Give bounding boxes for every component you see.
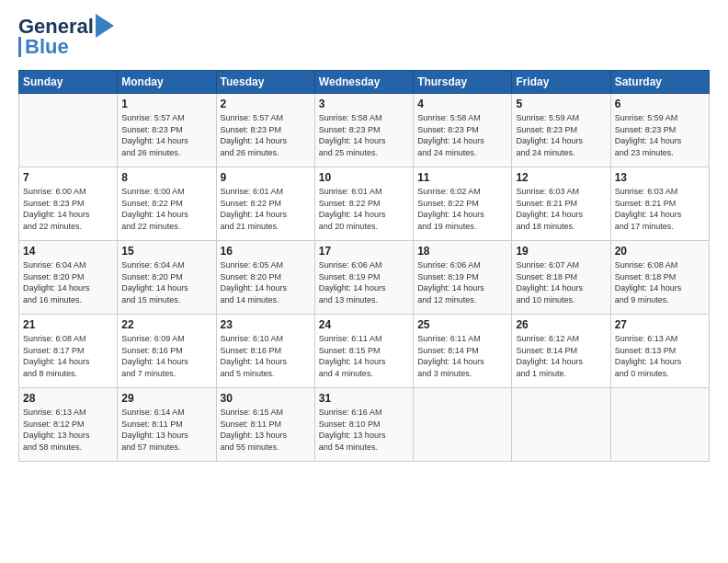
page: General Blue SundayMondayTuesdayWednesda… (0, 0, 728, 471)
calendar-cell: 11Sunrise: 6:02 AM Sunset: 8:22 PM Dayli… (414, 167, 512, 241)
calendar-cell: 31Sunrise: 6:16 AM Sunset: 8:10 PM Dayli… (314, 388, 413, 462)
day-info: Sunrise: 5:58 AM Sunset: 8:23 PM Dayligh… (417, 112, 507, 158)
day-number: 26 (516, 318, 606, 331)
day-number: 7 (23, 171, 113, 184)
day-number: 5 (516, 98, 606, 110)
calendar-cell (414, 388, 512, 462)
day-info: Sunrise: 6:02 AM Sunset: 8:22 PM Dayligh… (417, 186, 507, 232)
weekday-header: Saturday (610, 71, 709, 94)
day-info: Sunrise: 6:04 AM Sunset: 8:20 PM Dayligh… (23, 259, 113, 305)
calendar-cell: 17Sunrise: 6:06 AM Sunset: 8:19 PM Dayli… (314, 241, 413, 315)
calendar-cell (512, 388, 610, 462)
day-number: 22 (121, 318, 211, 331)
calendar-body: 1Sunrise: 5:57 AM Sunset: 8:23 PM Daylig… (19, 94, 710, 462)
day-number: 3 (319, 98, 409, 110)
day-info: Sunrise: 6:01 AM Sunset: 8:22 PM Dayligh… (319, 186, 409, 232)
day-info: Sunrise: 5:59 AM Sunset: 8:23 PM Dayligh… (615, 112, 705, 158)
calendar-table: SundayMondayTuesdayWednesdayThursdayFrid… (18, 70, 710, 462)
logo-blue-bar (18, 37, 21, 57)
day-info: Sunrise: 5:58 AM Sunset: 8:23 PM Dayligh… (319, 112, 409, 158)
svg-marker-0 (96, 14, 114, 38)
day-info: Sunrise: 5:59 AM Sunset: 8:23 PM Dayligh… (516, 112, 606, 158)
calendar-cell: 26Sunrise: 6:12 AM Sunset: 8:14 PM Dayli… (512, 315, 610, 388)
calendar-cell: 14Sunrise: 6:04 AM Sunset: 8:20 PM Dayli… (19, 241, 118, 315)
day-info: Sunrise: 6:06 AM Sunset: 8:19 PM Dayligh… (319, 259, 409, 305)
day-number: 6 (615, 98, 705, 110)
calendar-cell: 6Sunrise: 5:59 AM Sunset: 8:23 PM Daylig… (610, 94, 709, 167)
day-info: Sunrise: 6:07 AM Sunset: 8:18 PM Dayligh… (516, 259, 606, 305)
day-info: Sunrise: 6:08 AM Sunset: 8:18 PM Dayligh… (615, 259, 705, 305)
day-number: 19 (516, 245, 606, 258)
calendar-cell: 19Sunrise: 6:07 AM Sunset: 8:18 PM Dayli… (512, 241, 610, 315)
calendar-cell: 16Sunrise: 6:05 AM Sunset: 8:20 PM Dayli… (216, 241, 314, 315)
logo-blue-text: Blue (25, 35, 69, 59)
day-number: 21 (23, 318, 113, 331)
day-info: Sunrise: 6:09 AM Sunset: 8:16 PM Dayligh… (121, 333, 211, 379)
day-info: Sunrise: 6:14 AM Sunset: 8:11 PM Dayligh… (121, 407, 211, 453)
day-info: Sunrise: 6:08 AM Sunset: 8:17 PM Dayligh… (23, 333, 113, 379)
calendar-header: SundayMondayTuesdayWednesdayThursdayFrid… (19, 71, 710, 94)
day-number: 13 (615, 171, 705, 184)
day-number: 24 (319, 318, 409, 331)
day-info: Sunrise: 5:57 AM Sunset: 8:23 PM Dayligh… (121, 112, 211, 158)
day-number: 8 (121, 171, 211, 184)
calendar-cell: 2Sunrise: 5:57 AM Sunset: 8:23 PM Daylig… (216, 94, 314, 167)
weekday-header: Tuesday (216, 71, 314, 94)
calendar-cell: 20Sunrise: 6:08 AM Sunset: 8:18 PM Dayli… (610, 241, 709, 315)
day-number: 28 (23, 392, 113, 405)
day-number: 9 (221, 171, 311, 184)
calendar-week-row: 28Sunrise: 6:13 AM Sunset: 8:12 PM Dayli… (19, 388, 710, 462)
day-number: 29 (121, 392, 211, 405)
weekday-row: SundayMondayTuesdayWednesdayThursdayFrid… (19, 71, 710, 94)
day-info: Sunrise: 6:01 AM Sunset: 8:22 PM Dayligh… (221, 186, 311, 232)
calendar-week-row: 7Sunrise: 6:00 AM Sunset: 8:23 PM Daylig… (19, 167, 710, 241)
calendar-cell (610, 388, 709, 462)
logo: General Blue (18, 15, 114, 59)
calendar-cell: 18Sunrise: 6:06 AM Sunset: 8:19 PM Dayli… (414, 241, 512, 315)
day-number: 10 (319, 171, 409, 184)
calendar-cell: 25Sunrise: 6:11 AM Sunset: 8:14 PM Dayli… (414, 315, 512, 388)
day-info: Sunrise: 5:57 AM Sunset: 8:23 PM Dayligh… (221, 112, 311, 158)
calendar-cell: 23Sunrise: 6:10 AM Sunset: 8:16 PM Dayli… (216, 315, 314, 388)
calendar-cell: 12Sunrise: 6:03 AM Sunset: 8:21 PM Dayli… (512, 167, 610, 241)
day-info: Sunrise: 6:04 AM Sunset: 8:20 PM Dayligh… (121, 259, 211, 305)
day-number: 31 (319, 392, 409, 405)
calendar-week-row: 14Sunrise: 6:04 AM Sunset: 8:20 PM Dayli… (19, 241, 710, 315)
day-info: Sunrise: 6:10 AM Sunset: 8:16 PM Dayligh… (221, 333, 311, 379)
day-number: 30 (221, 392, 311, 405)
calendar-cell: 7Sunrise: 6:00 AM Sunset: 8:23 PM Daylig… (19, 167, 118, 241)
day-number: 23 (221, 318, 311, 331)
calendar-cell (19, 94, 118, 167)
day-info: Sunrise: 6:16 AM Sunset: 8:10 PM Dayligh… (319, 407, 409, 453)
day-info: Sunrise: 6:15 AM Sunset: 8:11 PM Dayligh… (221, 407, 311, 453)
day-info: Sunrise: 6:00 AM Sunset: 8:23 PM Dayligh… (23, 186, 113, 232)
weekday-header: Sunday (19, 71, 118, 94)
day-info: Sunrise: 6:11 AM Sunset: 8:15 PM Dayligh… (319, 333, 409, 379)
calendar-cell: 30Sunrise: 6:15 AM Sunset: 8:11 PM Dayli… (216, 388, 314, 462)
calendar-cell: 5Sunrise: 5:59 AM Sunset: 8:23 PM Daylig… (512, 94, 610, 167)
day-number: 27 (615, 318, 705, 331)
day-number: 18 (417, 245, 507, 258)
logo-triangle-icon (96, 14, 114, 38)
day-info: Sunrise: 6:12 AM Sunset: 8:14 PM Dayligh… (516, 333, 606, 379)
calendar-cell: 1Sunrise: 5:57 AM Sunset: 8:23 PM Daylig… (118, 94, 216, 167)
calendar-cell: 8Sunrise: 6:00 AM Sunset: 8:22 PM Daylig… (118, 167, 216, 241)
day-number: 12 (516, 171, 606, 184)
calendar-cell: 3Sunrise: 5:58 AM Sunset: 8:23 PM Daylig… (314, 94, 413, 167)
header: General Blue (18, 15, 710, 59)
calendar-week-row: 1Sunrise: 5:57 AM Sunset: 8:23 PM Daylig… (19, 94, 710, 167)
calendar-cell: 28Sunrise: 6:13 AM Sunset: 8:12 PM Dayli… (19, 388, 118, 462)
day-number: 17 (319, 245, 409, 258)
calendar-cell: 22Sunrise: 6:09 AM Sunset: 8:16 PM Dayli… (118, 315, 216, 388)
day-info: Sunrise: 6:13 AM Sunset: 8:12 PM Dayligh… (23, 407, 113, 453)
day-info: Sunrise: 6:03 AM Sunset: 8:21 PM Dayligh… (516, 186, 606, 232)
day-info: Sunrise: 6:13 AM Sunset: 8:13 PM Dayligh… (615, 333, 705, 379)
calendar-cell: 21Sunrise: 6:08 AM Sunset: 8:17 PM Dayli… (19, 315, 118, 388)
day-info: Sunrise: 6:05 AM Sunset: 8:20 PM Dayligh… (221, 259, 311, 305)
day-number: 15 (121, 245, 211, 258)
day-number: 25 (417, 318, 507, 331)
calendar-cell: 29Sunrise: 6:14 AM Sunset: 8:11 PM Dayli… (118, 388, 216, 462)
weekday-header: Thursday (414, 71, 512, 94)
weekday-header: Monday (118, 71, 216, 94)
day-number: 11 (417, 171, 507, 184)
